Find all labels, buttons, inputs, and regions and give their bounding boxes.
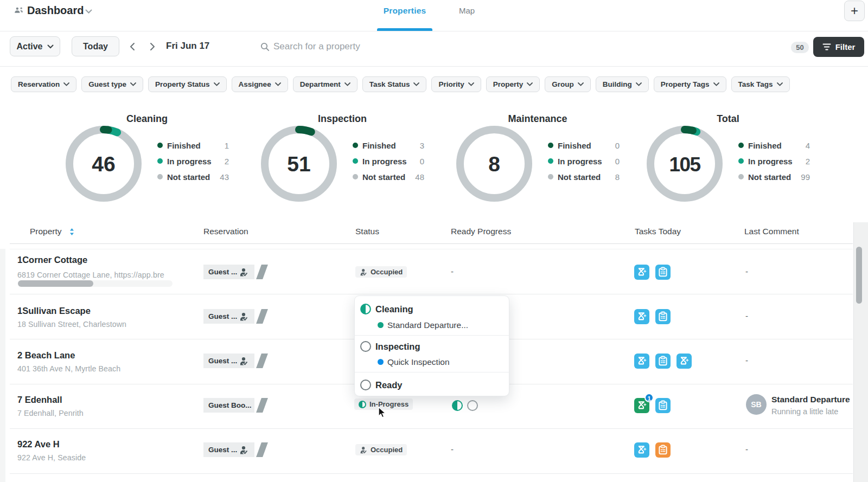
svg-text:8: 8 <box>488 152 500 176</box>
svg-text:105: 105 <box>669 153 700 176</box>
svg-text:51: 51 <box>287 152 310 176</box>
svg-text:46: 46 <box>92 152 115 176</box>
